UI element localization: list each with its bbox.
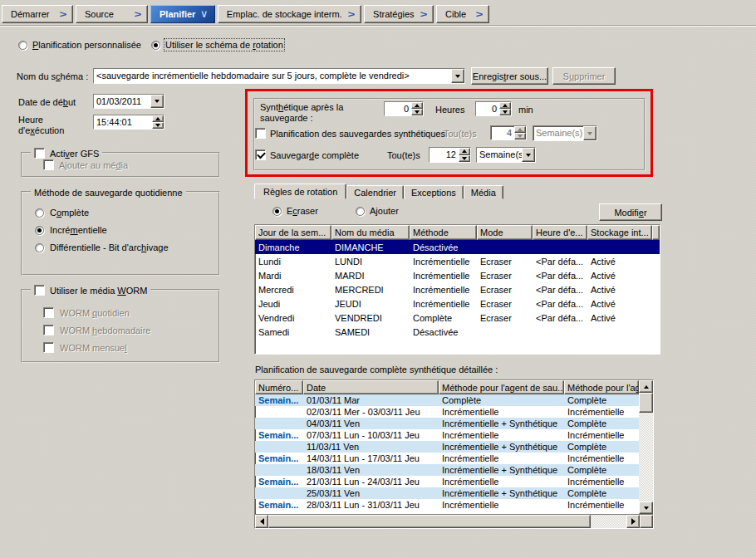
cell-method: Incrémentielle: [410, 285, 477, 295]
rules-table-row[interactable]: Mercredi MERCREDI Incrémentielle Ecraser…: [255, 282, 660, 296]
wizard-tab[interactable]: Source >: [76, 5, 148, 23]
spin-down-button[interactable]: [411, 109, 423, 115]
horizontal-scrollbar-thumb[interactable]: [268, 515, 591, 528]
rotation-tab[interactable]: Calendrier: [346, 185, 404, 199]
cell-media-name: JEUDI: [331, 299, 410, 309]
full-backup-checkbox[interactable]: [255, 149, 266, 160]
worm-enable-label: Utiliser le média WORM: [50, 286, 147, 296]
rules-column-header[interactable]: Nom du média: [331, 225, 410, 240]
rotation-tab[interactable]: Média: [464, 185, 503, 199]
wizard-tab-label: Source: [85, 9, 114, 19]
combobox-dropdown-button[interactable]: [522, 148, 535, 162]
wizard-tab[interactable]: Planifier >: [150, 5, 215, 23]
spin-down-button[interactable]: [459, 155, 470, 163]
rules-column-header[interactable]: Heure d'e...: [533, 225, 587, 240]
cell-agent-method-2: Complète: [564, 394, 639, 406]
cell-agent-method-2: Complète: [564, 487, 639, 499]
full-unit-select[interactable]: Semaine(s): [476, 147, 536, 163]
detail-table-row[interactable]: 02/03/11 Mer - 03/03/11 Jeu Incrémentiel…: [255, 406, 639, 418]
rules-column-header[interactable]: Jour de la sem...: [255, 225, 331, 240]
spin-down-button[interactable]: [499, 109, 511, 115]
cell-staging: Activé: [587, 257, 652, 267]
combobox-dropdown-button[interactable]: [150, 95, 164, 108]
detail-table-row[interactable]: 11/03/11 Ven Incrémentielle + Synthétiqu…: [255, 441, 639, 453]
modify-button[interactable]: Modifier: [599, 203, 662, 221]
arrow-up-icon: [462, 149, 467, 153]
wizard-tab[interactable]: Stratégies >: [364, 5, 434, 23]
wizard-tab[interactable]: Cible >: [436, 5, 489, 23]
detail-table-body: Semain... 01/03/11 Mar Complète Complète…: [255, 394, 639, 511]
detail-table-row[interactable]: Semain... 01/03/11 Mar Complète Complète: [255, 394, 639, 406]
rules-column-header[interactable]: Méthode: [410, 225, 477, 240]
vertical-scrollbar-thumb[interactable]: [639, 393, 653, 413]
full-every-spinner[interactable]: 12: [429, 147, 471, 163]
spin-buttons: [514, 126, 526, 140]
detail-table-row[interactable]: Semain... 21/03/11 Lun - 24/03/11 Jeu In…: [255, 476, 639, 487]
append-radio[interactable]: Ajouter: [356, 205, 399, 217]
horizontal-scrollbar[interactable]: [255, 514, 653, 528]
rotation-tab[interactable]: Exceptions: [404, 185, 464, 199]
detail-column-header[interactable]: Méthode pour l'agent de sau...: [439, 380, 564, 394]
spin-up-button[interactable]: [152, 115, 164, 122]
rules-table-row[interactable]: Samedi SAMEDI Désactivée: [255, 325, 660, 339]
detail-column-header[interactable]: Date: [303, 380, 439, 394]
detail-table-row[interactable]: Semain... 07/03/11 Lun - 10/03/11 Jeu In…: [255, 429, 639, 441]
execution-time-spinner[interactable]: 15:44:01: [93, 115, 164, 130]
rules-table-row[interactable]: Mardi MARDI Incrémentielle Ecraser <Par …: [255, 268, 660, 282]
synthetic-minutes-spinner[interactable]: 0: [475, 101, 512, 116]
radio-icon: [35, 226, 44, 235]
horizontal-scrollbar-track[interactable]: [591, 515, 626, 528]
overwrite-radio[interactable]: Ecraser: [272, 205, 318, 217]
rules-table-row[interactable]: Dimanche DIMANCHE Désactivée: [255, 240, 660, 254]
spin-up-button[interactable]: [499, 102, 511, 109]
save-as-button[interactable]: Enregistrer sous...: [471, 67, 548, 85]
start-date-select[interactable]: 01/03/2011: [93, 94, 164, 109]
scroll-right-button[interactable]: [626, 515, 640, 528]
detail-table-row[interactable]: Semain... 28/03/11 Lun - 31/03/11 Jeu In…: [255, 499, 639, 511]
rules-table-row[interactable]: Jeudi JEUDI Incrémentielle Ecraser <Par …: [255, 296, 660, 311]
scrollbar-corner: [640, 515, 653, 528]
detail-table-row[interactable]: Semain... 14/03/11 Lun - 17/03/11 Jeu In…: [255, 453, 639, 464]
schema-name-combobox[interactable]: <sauvegarde incrémentielle hebdomadaire …: [93, 68, 465, 84]
daily-method-radio[interactable]: Incrémentielle: [35, 225, 169, 235]
scroll-down-button[interactable]: [639, 502, 653, 514]
daily-method-radio[interactable]: Complète: [35, 208, 169, 218]
worm-enable-checkbox[interactable]: [34, 285, 45, 296]
rules-table-row[interactable]: Vendredi VENDREDI Complète Ecraser <Par …: [255, 311, 660, 325]
detail-table-row[interactable]: 25/03/11 Ven Incrémentielle + Synthétiqu…: [255, 487, 639, 499]
rotation-scheme-radio[interactable]: Utiliser le schéma de rotation: [151, 39, 283, 51]
detail-table-header: Numéro... Date Méthode pour l'agent de s…: [255, 380, 639, 394]
spin-up-button[interactable]: [411, 102, 423, 109]
scroll-up-button[interactable]: [639, 380, 653, 393]
detail-table-row[interactable]: 18/03/11 Ven Incrémentielle + Synthétiqu…: [255, 464, 639, 476]
rotation-tab[interactable]: Règles de rotation: [254, 184, 346, 199]
custom-plan-radio[interactable]: Planification personnalisée: [18, 39, 141, 51]
scroll-left-button[interactable]: [255, 515, 268, 528]
synthetic-hours-spinner[interactable]: 0: [384, 101, 424, 116]
spin-buttons: [152, 115, 164, 129]
arrow-down-icon: [415, 110, 420, 114]
spin-buttons: [459, 148, 470, 162]
rules-column-header[interactable]: Mode: [477, 225, 533, 240]
wizard-tab[interactable]: Démarrer >: [2, 5, 73, 23]
combobox-dropdown-button[interactable]: [451, 69, 464, 83]
cell-week-number: [255, 418, 303, 429]
overwrite-label: Ecraser: [287, 206, 318, 216]
cell-method: Complète: [410, 313, 477, 323]
cell-day: Mardi: [255, 271, 331, 281]
gfs-enable-checkbox[interactable]: [34, 148, 45, 159]
rules-table-row[interactable]: Lundi LUNDI Incrémentielle Ecraser <Par …: [255, 254, 660, 268]
cell-agent-method: Incrémentielle + Synthétique: [439, 441, 564, 453]
detail-column-header[interactable]: Méthode pour l'ag: [564, 380, 639, 394]
vertical-scrollbar[interactable]: [639, 380, 653, 514]
wizard-tab[interactable]: Emplac. de stockage interm. >: [218, 5, 361, 23]
vertical-scrollbar-track[interactable]: [639, 413, 653, 502]
spin-up-button[interactable]: [459, 148, 470, 155]
daily-method-radio[interactable]: Différentielle - Bit d'archivage: [35, 242, 169, 252]
detail-table-row[interactable]: 04/03/11 Ven Incrémentielle + Synthétiqu…: [255, 418, 639, 429]
spin-down-button[interactable]: [152, 122, 164, 129]
worm-checkbox-option: WORM mensuel: [43, 342, 150, 353]
detail-column-header[interactable]: Numéro...: [255, 380, 303, 394]
rules-column-header[interactable]: Stockage int...: [587, 225, 652, 240]
synthetic-schedule-checkbox[interactable]: [255, 128, 266, 139]
